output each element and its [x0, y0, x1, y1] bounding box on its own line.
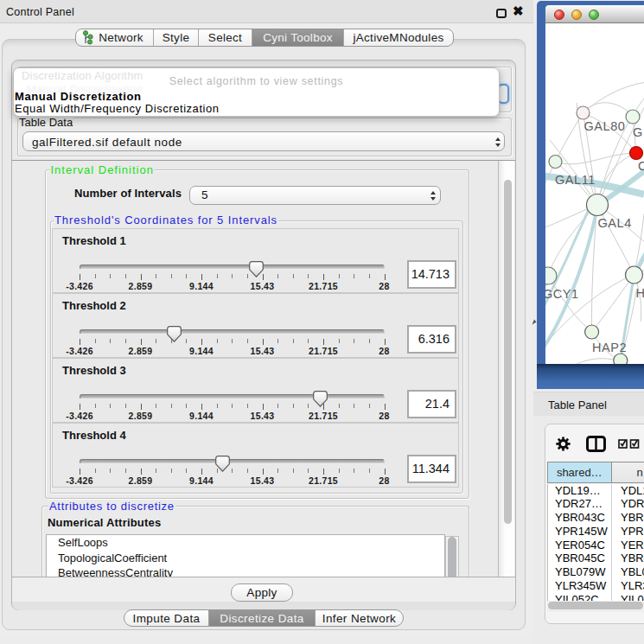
svg-text:GAL4: GAL4 [598, 216, 632, 230]
svg-text:C: C [638, 159, 644, 173]
svg-text:HAP2: HAP2 [592, 341, 627, 354]
svg-text:GAL11: GAL11 [555, 173, 596, 187]
svg-text:G…: G… [633, 125, 644, 139]
svg-text:H: H [636, 286, 644, 300]
svg-text:GAL80: GAL80 [584, 119, 626, 133]
svg-text:GCY1: GCY1 [545, 287, 579, 301]
